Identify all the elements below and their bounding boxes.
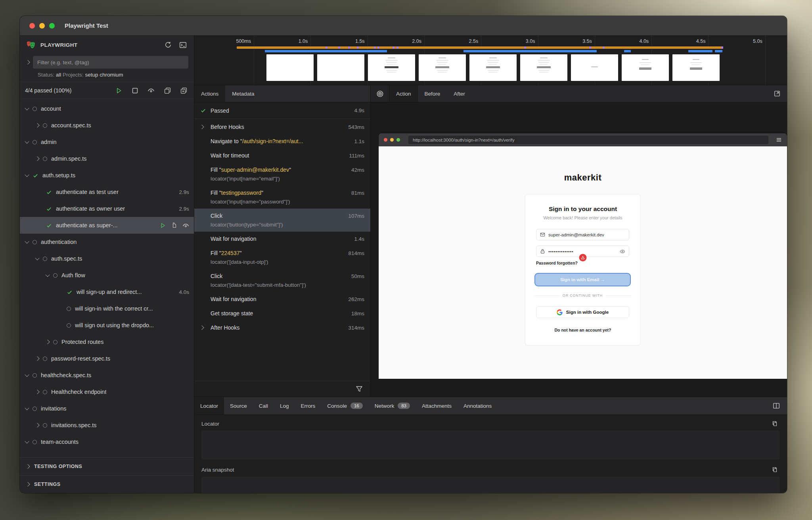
copy-icon[interactable] <box>770 464 780 475</box>
tree-item[interactable]: account.spec.ts <box>20 117 194 134</box>
action-item[interactable]: After Hooks314ms <box>194 320 370 335</box>
filter-funnel-icon[interactable] <box>354 384 364 394</box>
film-strip-frame[interactable] <box>520 54 567 81</box>
split-view-icon[interactable] <box>771 401 781 411</box>
action-item[interactable]: Wait for navigation1.4s <box>194 232 370 246</box>
expand-all-icon[interactable] <box>178 85 189 96</box>
tab-console[interactable]: Console16 <box>321 397 368 414</box>
tree-item[interactable]: invitations <box>20 400 194 417</box>
eye-icon[interactable] <box>182 222 189 229</box>
action-item[interactable]: Fill "224537"814mslocator('[data-input-o… <box>194 246 370 269</box>
tree-item[interactable]: auth.setup.ts <box>20 167 194 184</box>
tree-item[interactable]: will sign-up and redirect...4.0s <box>20 284 194 300</box>
tab-errors[interactable]: Errors <box>295 397 322 414</box>
tree-item[interactable]: authenticate as test user2.9s <box>20 184 194 200</box>
tree-item[interactable]: Protected routes <box>20 334 194 350</box>
tab-call[interactable]: Call <box>253 397 274 414</box>
minimize-window-button[interactable] <box>39 23 45 29</box>
action-item[interactable]: Navigate to "/auth/sign-in?next=/aut...1… <box>194 134 370 148</box>
film-strip-frame[interactable] <box>469 54 517 81</box>
action-item[interactable]: Wait for timeout111ms <box>194 148 370 163</box>
copy-icon[interactable] <box>770 418 780 429</box>
sign-in-google-button[interactable]: Sign in with Google <box>536 306 629 318</box>
run-all-icon[interactable] <box>113 85 124 96</box>
rerun-file-icon[interactable] <box>171 222 177 228</box>
tab-metadata[interactable]: Metadata <box>225 85 261 102</box>
tab-attachments[interactable]: Attachments <box>416 397 458 414</box>
tab-before[interactable]: Before <box>418 85 447 102</box>
film-strip-frame[interactable] <box>571 54 618 81</box>
refresh-icon[interactable] <box>163 40 173 50</box>
tree-item[interactable]: Healthcheck endpoint <box>20 384 194 400</box>
chevron-down-icon[interactable] <box>35 256 39 260</box>
pick-locator-target-icon[interactable] <box>371 85 389 102</box>
chevron-right-icon[interactable] <box>199 125 204 129</box>
filter-input[interactable] <box>33 56 188 69</box>
tab-network[interactable]: Network83 <box>369 397 416 414</box>
chevron-right-icon[interactable] <box>35 123 39 127</box>
timeline-strip[interactable]: 500ms1.0s1.5s2.0s2.5s3.0s3.5s4.0s4.5s5.0… <box>194 36 787 85</box>
tab-action[interactable]: Action <box>389 85 418 102</box>
tree-item[interactable]: password-reset.spec.ts <box>20 350 194 367</box>
tab-log[interactable]: Log <box>274 397 295 414</box>
tree-item[interactable]: authenticate as owner user2.9s <box>20 200 194 217</box>
chevron-down-icon[interactable] <box>25 139 29 144</box>
play-icon[interactable] <box>160 223 166 228</box>
tree-item[interactable]: invitations.spec.ts <box>20 417 194 434</box>
no-account-link[interactable]: Do not have an account yet? <box>525 328 640 332</box>
aria-snapshot-editor[interactable] <box>201 476 780 493</box>
film-strip-frame[interactable] <box>672 54 720 81</box>
sidebar-section-testing-options[interactable]: TESTING OPTIONS <box>20 457 194 475</box>
password-forgotten-link[interactable]: Password forgotten? <box>536 261 578 265</box>
chevron-down-icon[interactable] <box>25 372 29 377</box>
chevron-down-icon[interactable] <box>25 106 29 110</box>
action-item[interactable]: Before Hooks543ms <box>194 120 370 134</box>
action-item[interactable]: Click50mslocator('[data-test="submit-mfa… <box>194 269 370 292</box>
email-field[interactable]: super-admin@makerkit.dev <box>536 229 629 240</box>
sidebar-section-settings[interactable]: SETTINGS <box>20 475 194 493</box>
tree-item[interactable]: will sign out using the dropdo... <box>20 317 194 334</box>
tree-item[interactable]: admin <box>20 134 194 150</box>
action-item[interactable]: Fill "super-admin@makerkit.dev"42mslocat… <box>194 163 370 186</box>
tree-item[interactable]: auth.spec.ts <box>20 250 194 267</box>
collapse-all-icon[interactable] <box>162 85 172 96</box>
tree-item[interactable]: account <box>20 100 194 117</box>
action-item[interactable]: Wait for navigation262ms <box>194 292 370 306</box>
stop-icon[interactable] <box>130 85 140 96</box>
film-strip-frame[interactable] <box>622 54 669 81</box>
tab-locator[interactable]: Locator <box>194 397 224 414</box>
tree-item[interactable]: authentication <box>20 234 194 250</box>
close-window-button[interactable] <box>29 23 35 29</box>
chevron-down-icon[interactable] <box>25 239 29 244</box>
chevron-down-icon[interactable] <box>25 173 29 177</box>
tab-actions[interactable]: Actions <box>194 85 225 102</box>
chevron-right-icon[interactable] <box>35 390 39 394</box>
chevron-right-icon[interactable] <box>35 356 39 361</box>
film-strip-frame[interactable] <box>368 54 415 81</box>
tree-item[interactable]: Auth flow <box>20 267 194 284</box>
watch-all-icon[interactable] <box>146 85 156 96</box>
chevron-right-icon[interactable] <box>35 156 39 161</box>
film-strip-frame[interactable] <box>266 54 314 81</box>
chevron-right-icon[interactable] <box>45 340 50 344</box>
terminal-icon[interactable] <box>178 40 188 50</box>
chevron-down-icon[interactable] <box>25 406 29 410</box>
action-item[interactable]: Get storage state18ms <box>194 306 370 320</box>
chevron-right-icon[interactable] <box>199 325 204 330</box>
tab-annotations[interactable]: Annotations <box>458 397 498 414</box>
external-link-icon[interactable] <box>772 88 782 99</box>
filter-expand-chevron-icon[interactable] <box>25 60 30 64</box>
chevron-down-icon[interactable] <box>25 439 29 443</box>
tab-after[interactable]: After <box>447 85 472 102</box>
tree-item[interactable]: healthcheck.spec.ts <box>20 367 194 384</box>
tree-item[interactable]: team-accounts <box>20 434 194 450</box>
chevron-down-icon[interactable] <box>45 272 50 277</box>
tree-item[interactable]: authenticate as super-... <box>20 217 194 234</box>
eye-password-icon[interactable] <box>620 249 625 254</box>
sign-in-email-button[interactable]: Sign in with Email → <box>534 273 631 286</box>
locator-editor[interactable] <box>201 430 780 460</box>
action-item[interactable]: Fill "testingpassword"81mslocator('input… <box>194 186 370 209</box>
film-strip-frame[interactable] <box>419 54 466 81</box>
tree-item[interactable]: admin.spec.ts <box>20 150 194 167</box>
film-strip-frame[interactable] <box>317 54 364 81</box>
